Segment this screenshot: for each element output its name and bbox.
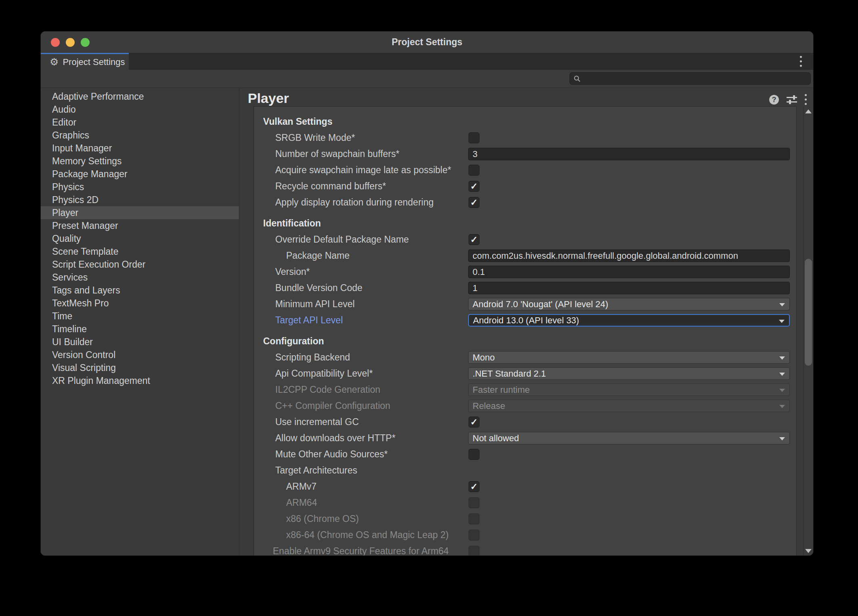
package-name-field[interactable] (468, 249, 790, 262)
override-default-package-name-checkbox[interactable]: ✓ (469, 234, 479, 245)
sidebar-item-visual-scripting[interactable]: Visual Scripting (41, 361, 239, 374)
setting-row-minimum-api-level: Minimum API LevelAndroid 7.0 'Nougat' (A… (254, 296, 796, 312)
sidebar-item-quality[interactable]: Quality (41, 232, 239, 245)
zoom-button[interactable] (81, 38, 90, 47)
sidebar-item-preset-manager[interactable]: Preset Manager (41, 219, 239, 232)
sidebar-item-xr-plugin-management[interactable]: XR Plugin Management (41, 374, 239, 387)
close-button[interactable] (51, 38, 60, 47)
scrollbar-thumb[interactable] (805, 259, 812, 366)
il2cpp-code-generation-dropdown: Faster runtime (468, 383, 790, 396)
section-header-configuration: Configuration (254, 333, 796, 349)
dropdown-arrow-icon (779, 437, 785, 440)
target-api-level-dropdown[interactable]: Android 13.0 (API level 33) (468, 314, 790, 327)
label-arm64: ARM64 (286, 494, 317, 511)
dropdown-arrow-icon (779, 389, 785, 392)
presets-icon[interactable] (787, 95, 797, 104)
sidebar-item-time[interactable]: Time (41, 310, 239, 323)
setting-row-target-architectures: Target Architectures (254, 462, 796, 478)
sidebar-item-services[interactable]: Services (41, 271, 239, 284)
label-api-compatibility-level: Api Compatibility Level* (275, 365, 373, 381)
setting-row-acquire-swapchain-image-late-as-possible: Acquire swapchain image late as possible… (254, 162, 796, 178)
setting-row-mute-other-audio-sources: Mute Other Audio Sources* (254, 446, 796, 462)
settings-panel: Vulkan SettingsSRGB Write Mode*Number of… (253, 106, 797, 556)
label-enable-armv9-security-features-for-arm64: Enable Armv9 Security Features for Arm64 (273, 543, 449, 556)
sidebar-item-audio[interactable]: Audio (41, 103, 239, 116)
dropdown-arrow-icon (779, 320, 785, 323)
label-package-name: Package Name (286, 247, 349, 264)
label-override-default-package-name: Override Default Package Name (275, 231, 409, 247)
number-of-swapchain-buffers-field[interactable] (468, 148, 790, 160)
section-header-identification: Identification (254, 215, 796, 231)
mute-other-audio-sources-checkbox[interactable] (469, 449, 479, 460)
more-options-icon[interactable] (805, 94, 807, 105)
label-recycle-command-buffers: Recycle command buffers* (275, 178, 386, 194)
label-acquire-swapchain-image-late-as-possible: Acquire swapchain image late as possible… (275, 162, 451, 178)
label-bundle-version-code: Bundle Version Code (275, 280, 362, 296)
use-incremental-gc-checkbox[interactable]: ✓ (469, 417, 479, 427)
tab-bar: ⚙ Project Settings (41, 53, 813, 70)
label-allow-downloads-over-http: Allow downloads over HTTP* (275, 430, 396, 446)
allow-downloads-over-http-dropdown[interactable]: Not allowed (468, 432, 790, 444)
search-input[interactable] (584, 74, 807, 83)
sidebar-item-input-manager[interactable]: Input Manager (41, 142, 239, 155)
scroll-up-arrow[interactable] (805, 109, 812, 113)
sidebar-item-tags-and-layers[interactable]: Tags and Layers (41, 284, 239, 297)
sidebar-item-package-manager[interactable]: Package Manager (41, 168, 239, 180)
tab-project-settings[interactable]: ⚙ Project Settings (41, 53, 129, 70)
sidebar-item-graphics[interactable]: Graphics (41, 129, 239, 142)
settings-content: Vulkan SettingsSRGB Write Mode*Number of… (254, 107, 796, 556)
sidebar-item-script-execution-order[interactable]: Script Execution Order (41, 258, 239, 271)
page-title: Player (248, 90, 289, 106)
scroll-down-arrow[interactable] (805, 549, 812, 553)
label-x86-chrome-os: x86 (Chrome OS) (286, 511, 359, 527)
header-icons: ? (769, 94, 807, 105)
bundle-version-code-field[interactable] (468, 282, 790, 294)
setting-row-version: Version* (254, 264, 796, 280)
search-box[interactable] (569, 72, 811, 85)
sidebar-item-scene-template[interactable]: Scene Template (41, 245, 239, 258)
sidebar-item-ui-builder[interactable]: UI Builder (41, 335, 239, 348)
acquire-swapchain-image-late-as-possible-checkbox[interactable] (469, 165, 479, 176)
setting-row-il2cpp-code-generation: IL2CPP Code GenerationFaster runtime (254, 381, 796, 398)
sidebar-item-player[interactable]: Player (41, 206, 239, 219)
section-identification: IdentificationOverride Default Package N… (254, 215, 796, 328)
vertical-scrollbar[interactable] (804, 106, 813, 556)
recycle-command-buffers-checkbox[interactable]: ✓ (469, 181, 479, 192)
x86-64-chrome-os-and-magic-leap-2-checkbox (469, 530, 479, 541)
minimum-api-level-dropdown[interactable]: Android 7.0 'Nougat' (API level 24) (468, 298, 790, 310)
tab-label: Project Settings (63, 57, 125, 67)
version-field[interactable] (468, 266, 790, 278)
dropdown-arrow-icon (779, 303, 785, 306)
setting-row-override-default-package-name: Override Default Package Name✓ (254, 231, 796, 247)
sidebar-item-timeline[interactable]: Timeline (41, 323, 239, 335)
c-compiler-configuration-dropdown: Release (468, 400, 790, 412)
label-minimum-api-level: Minimum API Level (275, 296, 355, 312)
apply-display-rotation-during-rendering-checkbox[interactable]: ✓ (469, 197, 479, 208)
sidebar-item-editor[interactable]: Editor (41, 116, 239, 129)
help-icon[interactable]: ? (769, 95, 779, 105)
setting-row-api-compatibility-level: Api Compatibility Level*.NET Standard 2.… (254, 365, 796, 381)
setting-row-package-name: Package Name (254, 247, 796, 264)
setting-row-allow-downloads-over-http: Allow downloads over HTTP*Not allowed (254, 430, 796, 446)
minimize-button[interactable] (66, 38, 75, 47)
main-pane: Player ? Vulkan SettingsSRGB Write Mode*… (240, 88, 813, 555)
arm64-checkbox (469, 497, 479, 508)
project-settings-window: Project Settings ⚙ Project Settings Adap… (40, 31, 814, 556)
titlebar: Project Settings (41, 31, 813, 53)
scripting-backend-dropdown[interactable]: Mono (468, 351, 790, 364)
sidebar-item-adaptive-performance[interactable]: Adaptive Performance (41, 90, 239, 103)
label-il2cpp-code-generation: IL2CPP Code Generation (275, 381, 380, 398)
setting-row-c-compiler-configuration: C++ Compiler ConfigurationRelease (254, 398, 796, 414)
sidebar-item-textmesh-pro[interactable]: TextMesh Pro (41, 297, 239, 310)
sidebar-item-memory-settings[interactable]: Memory Settings (41, 155, 239, 168)
tab-bar-more-button[interactable] (800, 56, 802, 67)
armv7-checkbox[interactable]: ✓ (469, 481, 479, 492)
sidebar-item-physics[interactable]: Physics (41, 180, 239, 193)
label-c-compiler-configuration: C++ Compiler Configuration (275, 398, 390, 414)
sidebar-item-physics-2d[interactable]: Physics 2D (41, 193, 239, 206)
api-compatibility-level-dropdown[interactable]: .NET Standard 2.1 (468, 367, 790, 380)
sidebar-item-version-control[interactable]: Version Control (41, 348, 239, 361)
dropdown-arrow-icon (779, 356, 785, 360)
srgb-write-mode-checkbox[interactable] (469, 132, 479, 143)
label-mute-other-audio-sources: Mute Other Audio Sources* (275, 446, 388, 462)
